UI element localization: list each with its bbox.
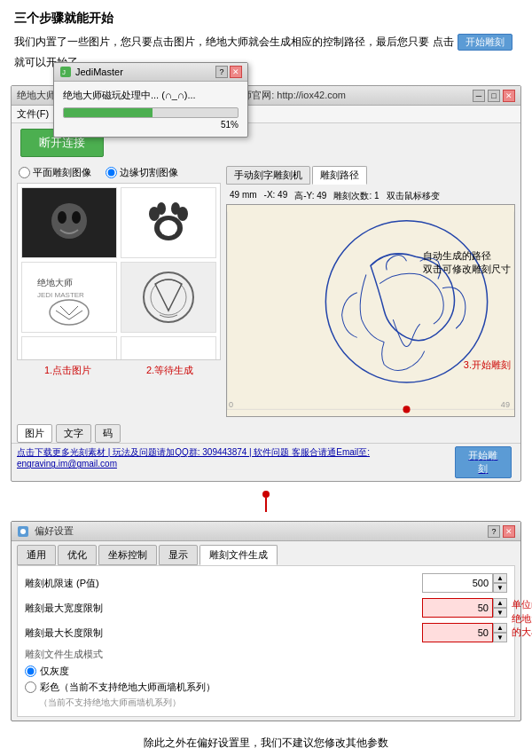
svg-point-1: [58, 211, 66, 224]
radio-flat-surface[interactable]: 平面雕刻图像: [19, 166, 91, 179]
pref-row-max-width: 雕刻最大宽度限制 ▲ ▼ 单位mm,在您输入完数值时绝地大师会根据当前路径的大小…: [25, 598, 507, 618]
image-mode-radio-group: 平面雕刻图像 边缘切割图像: [17, 166, 221, 179]
spin-up-length[interactable]: ▲: [493, 623, 507, 633]
step3-label: 3.开始雕刻: [464, 358, 511, 372]
start-engrave-button[interactable]: 开始雕刻: [455, 446, 512, 478]
dialog-close-button[interactable]: ✕: [230, 66, 242, 78]
image-cell-jedi[interactable]: 绝地大师 JEDI MASTER: [21, 262, 117, 333]
image-cell-fadsfd[interactable]: fadsfd: [21, 336, 117, 360]
minimize-button[interactable]: ─: [473, 90, 485, 102]
pref-max-width-label: 雕刻最大宽度限制: [25, 602, 103, 615]
close-button[interactable]: ✕: [503, 90, 515, 102]
dialog-title-group: J JediMaster: [59, 66, 123, 78]
radio-color-label: 彩色（当前不支持绝地大师画墙机系列）: [40, 681, 215, 694]
image-cell-seal[interactable]: [121, 262, 216, 333]
seal-svg: [137, 266, 200, 328]
pref-tab-display[interactable]: 显示: [159, 545, 198, 565]
svg-text:49: 49: [501, 401, 510, 410]
dialog-window: J JediMaster ? ✕ 绝地大师磁玩处理中... (∩_∩)...: [53, 62, 248, 138]
coord-mm: 49 mm: [230, 190, 257, 202]
app-window: 绝地大师5.0.2 - 更多材质及雕刻技巧，请访问绝地大师官网: http://…: [11, 85, 521, 482]
pref-title-text: 偏好设置: [35, 524, 74, 538]
pref-title-group: 偏好设置: [17, 524, 74, 538]
engrave-canvas-svg: 0 49: [227, 205, 514, 416]
pref-tab-optimize[interactable]: 优化: [58, 545, 97, 565]
pref-tab-engrave-file[interactable]: 雕刻文件生成: [200, 545, 278, 565]
image-cell-tianran[interactable]: 天然: [121, 336, 216, 360]
spin-down-speed[interactable]: ▼: [493, 583, 507, 593]
pref-icon: [17, 525, 29, 538]
unit-annotation: 单位mm,在您输入完数值时绝地大师会根据当前路径的大小调整成最合适的尺寸: [512, 598, 532, 639]
radio-flat-input[interactable]: [19, 167, 30, 178]
coord-double-click: 双击鼠标移变: [387, 190, 440, 202]
svg-text:绝地大师: 绝地大师: [37, 278, 73, 287]
dialog-controls: ? ✕: [215, 66, 242, 78]
pref-tabs: 通用 优化 坐标控制 显示 雕刻文件生成: [12, 541, 520, 565]
radio-color-input[interactable]: [25, 681, 36, 693]
face-image: [22, 188, 116, 257]
menu-file[interactable]: 文件(F): [17, 107, 49, 121]
pref-tab-coords[interactable]: 坐标控制: [98, 545, 157, 565]
svg-point-25: [20, 529, 26, 534]
dialog-help-button[interactable]: ?: [215, 66, 228, 78]
coords-row: 49 mm -X: 49 高-Y: 49 雕刻次数: 1 双击鼠标移变: [226, 188, 515, 204]
inline-start-engrave-button[interactable]: 开始雕刻: [458, 34, 512, 51]
spin-down-width[interactable]: ▼: [493, 608, 507, 618]
links-bar: 点击下载更多光刻素材 | 玩法及问题请加QQ群: 309443874 | 软件问…: [12, 443, 520, 481]
engrave-mode-section-label: 雕刻文件生成模式: [25, 648, 507, 661]
btab-other[interactable]: 码: [95, 424, 121, 443]
page-title: 三个步骤就能开始: [14, 11, 518, 27]
progress-bar-background: [63, 107, 239, 118]
pref-max-width-input[interactable]: [422, 598, 493, 618]
pref-body: 雕刻机限速 (P值) ▲ ▼ 雕刻最大宽度限制 ▲ ▼ 单位mm,在您: [17, 565, 515, 717]
jedi-svg: 绝地大师 JEDI MASTER: [34, 266, 105, 328]
color-mode-note: （当前不支持绝地大师画墙机系列）: [39, 697, 507, 709]
spin-up-width[interactable]: ▲: [493, 598, 507, 608]
main-content-area: 平面雕刻图像 边缘切割图像: [12, 162, 520, 421]
canvas-area[interactable]: 0 49: [226, 204, 515, 417]
svg-point-8: [171, 202, 180, 215]
pref-tab-general[interactable]: 通用: [17, 545, 56, 565]
pref-row-speed: 雕刻机限速 (P值) ▲ ▼: [25, 573, 507, 593]
pref-row-max-length: 雕刻最大长度限制 ▲ ▼: [25, 623, 507, 642]
svg-point-4: [160, 220, 177, 236]
tab-manual-engrave[interactable]: 手动刻字雕刻机: [226, 166, 310, 185]
pref-help-button[interactable]: ?: [488, 525, 500, 538]
radio-edge-input[interactable]: [106, 167, 117, 178]
btab-image[interactable]: 图片: [17, 424, 52, 443]
pref-close-button[interactable]: ✕: [503, 525, 515, 538]
pref-titlebar: 偏好设置 ? ✕: [12, 522, 520, 541]
svg-point-7: [157, 202, 166, 215]
connector-dot: [262, 491, 270, 498]
radio-grayscale-input[interactable]: [25, 665, 36, 677]
progress-percentage: 51%: [63, 120, 239, 130]
pref-window: 偏好设置 ? ✕ 通用 优化 坐标控制 显示 雕刻文件生成 雕刻机限速 (P值)…: [11, 521, 521, 721]
image-cell-paw[interactable]: [121, 187, 216, 258]
radio-edge-cut[interactable]: 边缘切割图像: [106, 166, 178, 179]
image-grid: 绝地大师 JEDI MASTER: [17, 183, 221, 360]
dialog-title-text: JediMaster: [75, 67, 123, 77]
radio-color-row: 彩色（当前不支持绝地大师画墙机系列）: [25, 681, 507, 694]
tab-engrave-path[interactable]: 雕刻路径: [312, 166, 367, 185]
radio-flat-label: 平面雕刻图像: [33, 166, 91, 179]
image-cell-face[interactable]: [21, 187, 117, 258]
pref-speed-input[interactable]: [422, 573, 493, 593]
links-text[interactable]: 点击下载更多光刻素材 | 玩法及问题请加QQ群: 309443874 | 软件问…: [17, 446, 455, 478]
step-annotations: 1.点击图片 2.等待生成: [17, 364, 221, 377]
maximize-button[interactable]: □: [488, 90, 500, 102]
pref-length-spinner: ▲ ▼: [493, 623, 507, 642]
spin-up-speed[interactable]: ▲: [493, 573, 507, 583]
spin-down-length[interactable]: ▼: [493, 633, 507, 642]
engrave-mode-radio-group: 仅灰度 彩色（当前不支持绝地大师画墙机系列） （当前不支持绝地大师画墙机系列）: [25, 665, 507, 709]
dialog-processing-text: 绝地大师磁玩处理中... (∩_∩)...: [63, 89, 239, 102]
right-tabs-row: 手动刻字雕刻机 雕刻路径: [226, 166, 515, 185]
connector-line-vertical: [262, 491, 270, 512]
pref-max-length-input[interactable]: [422, 623, 493, 642]
svg-point-23: [403, 406, 410, 413]
svg-text:JEDI MASTER: JEDI MASTER: [37, 291, 84, 299]
coord-neg-y: 高-Y: 49: [294, 190, 326, 202]
desc-text-1: 我们内置了一些图片，您只要点击图片，绝地大师就会生成相应的控制路径，最后您只要: [14, 34, 429, 51]
pref-speed-input-group: ▲ ▼: [422, 573, 507, 593]
radio-grayscale-row: 仅灰度: [25, 665, 507, 678]
btab-text[interactable]: 文字: [56, 424, 91, 443]
